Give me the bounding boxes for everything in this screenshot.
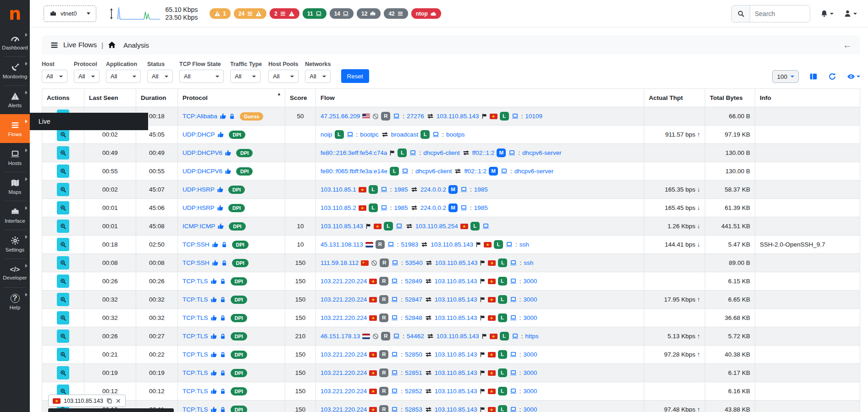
port-link[interactable]: 52850 bbox=[405, 351, 422, 358]
flow-details-button[interactable] bbox=[57, 366, 69, 379]
home-icon[interactable] bbox=[108, 41, 116, 49]
port-link[interactable]: 3000 bbox=[523, 369, 537, 376]
flow-details-button[interactable] bbox=[57, 348, 69, 361]
flow-details-button[interactable] bbox=[57, 330, 69, 343]
sidebar-item-alerts[interactable]: Alerts bbox=[0, 85, 30, 114]
host-link[interactable]: 103.221.220.224 bbox=[321, 278, 367, 285]
search-icon[interactable] bbox=[732, 5, 750, 22]
host-link[interactable]: 103.110.85.143 bbox=[321, 223, 363, 230]
host-device-icon[interactable] bbox=[500, 168, 508, 175]
protocol-link[interactable]: TCP:Alibaba bbox=[182, 113, 217, 120]
flow-details-button[interactable] bbox=[57, 146, 69, 159]
host-link[interactable]: 103.110.85.2 bbox=[321, 204, 356, 211]
badge-flows-count[interactable]: 42 bbox=[384, 8, 408, 19]
host-link[interactable]: 103.110.85.143 bbox=[431, 241, 473, 248]
port-link[interactable]: 3000 bbox=[523, 296, 537, 303]
port-link[interactable]: 52851 bbox=[405, 369, 422, 376]
host-link[interactable]: 103.110.85.143 bbox=[435, 388, 477, 395]
host-link[interactable]: 103.110.85.1 bbox=[321, 186, 356, 193]
host-link[interactable]: 103.221.220.224 bbox=[321, 351, 367, 358]
host-device-icon[interactable] bbox=[387, 241, 395, 248]
back-arrow-icon[interactable]: ← bbox=[843, 40, 852, 50]
host-link[interactable]: 224.0.0.2 bbox=[420, 204, 446, 211]
filter-select[interactable]: All bbox=[42, 70, 67, 83]
refresh-button[interactable] bbox=[828, 72, 836, 81]
notifications-menu[interactable] bbox=[820, 10, 834, 17]
host-link[interactable]: noip bbox=[321, 131, 332, 138]
host-link[interactable]: 103.110.85.143 bbox=[435, 351, 477, 358]
host-link[interactable]: 103.110.85.254 bbox=[415, 223, 458, 230]
visibility-menu-button[interactable] bbox=[847, 72, 860, 81]
close-icon[interactable]: ✕ bbox=[116, 397, 121, 405]
host-device-icon[interactable] bbox=[391, 351, 398, 358]
sidebar-item-hosts[interactable]: Hosts bbox=[0, 143, 30, 172]
port-link[interactable]: ssh bbox=[524, 259, 533, 266]
filter-select[interactable]: All bbox=[74, 70, 100, 83]
protocol-link[interactable]: TCP:TLS bbox=[182, 388, 208, 395]
host-device-icon[interactable] bbox=[460, 204, 468, 211]
port-link[interactable]: dhcpv6-client bbox=[423, 149, 460, 156]
flyout-item-live[interactable]: Live bbox=[39, 118, 50, 125]
flow-details-button[interactable] bbox=[57, 220, 69, 233]
search-input[interactable] bbox=[750, 5, 810, 22]
host-link[interactable]: 47.251.66.209 bbox=[321, 113, 360, 120]
user-menu[interactable] bbox=[844, 10, 857, 17]
port-link[interactable]: bootps bbox=[446, 131, 465, 138]
column-header-total-bytes[interactable]: Total Bytes bbox=[705, 89, 755, 107]
sidebar-item-dashboard[interactable]: Dashboard bbox=[0, 27, 30, 56]
port-link[interactable]: dhcpv6-server bbox=[522, 149, 562, 156]
port-link[interactable]: 3000 bbox=[523, 388, 537, 395]
host-link[interactable]: 103.110.85.143 bbox=[435, 259, 478, 266]
host-device-icon[interactable] bbox=[391, 296, 398, 303]
protocol-link[interactable]: TCP:TLS bbox=[182, 369, 208, 376]
host-device-icon[interactable] bbox=[509, 406, 517, 412]
host-link[interactable]: 103.221.220.224 bbox=[321, 314, 367, 321]
filter-select[interactable]: All bbox=[305, 70, 331, 83]
host-device-icon[interactable] bbox=[508, 149, 516, 156]
flow-details-button[interactable] bbox=[57, 165, 69, 178]
host-link[interactable]: broadcast bbox=[391, 131, 418, 138]
protocol-link[interactable]: TCP:TLS bbox=[182, 351, 208, 358]
protocol-link[interactable]: TCP:TLS bbox=[182, 333, 208, 340]
port-link[interactable]: https bbox=[525, 333, 538, 340]
sidebar-item-help[interactable]: ?Help bbox=[0, 287, 30, 316]
port-link[interactable]: 1985 bbox=[394, 186, 408, 193]
flow-details-button[interactable] bbox=[57, 201, 69, 214]
host-device-icon[interactable] bbox=[460, 186, 468, 193]
filter-select[interactable]: All bbox=[147, 70, 173, 83]
host-device-icon[interactable] bbox=[380, 186, 388, 193]
port-link[interactable]: 3000 bbox=[523, 314, 537, 321]
reset-button[interactable]: Reset bbox=[341, 69, 369, 83]
host-link[interactable]: 103.221.220.224 bbox=[321, 388, 367, 395]
flow-details-button[interactable] bbox=[57, 275, 69, 288]
protocol-link[interactable]: TCP:TLS bbox=[182, 278, 208, 285]
host-link[interactable]: 103.221.220.224 bbox=[321, 296, 367, 303]
host-link[interactable]: ff02::1:2 bbox=[472, 149, 495, 156]
filter-select[interactable]: All bbox=[179, 70, 224, 83]
flow-details-button[interactable] bbox=[57, 256, 69, 269]
port-link[interactable]: 54462 bbox=[407, 333, 424, 340]
ntop-logo[interactable]: n bbox=[0, 0, 30, 27]
host-device-icon[interactable] bbox=[395, 223, 403, 230]
protocol-link[interactable]: TCP:SSH bbox=[182, 259, 210, 266]
host-device-icon[interactable] bbox=[393, 113, 400, 120]
port-link[interactable]: 52849 bbox=[405, 278, 422, 285]
host-device-icon[interactable] bbox=[511, 333, 519, 340]
page-size-select[interactable]: 100 bbox=[772, 70, 799, 83]
host-device-icon[interactable] bbox=[432, 131, 440, 138]
filter-select[interactable]: All bbox=[230, 70, 260, 83]
column-header-flow[interactable]: Flow bbox=[316, 89, 644, 107]
host-link[interactable]: 45.131.108.113 bbox=[321, 241, 363, 248]
filter-select[interactable]: All bbox=[106, 70, 141, 83]
columns-config-button[interactable] bbox=[809, 72, 818, 81]
port-link[interactable]: 53540 bbox=[405, 259, 423, 266]
port-link[interactable]: 1985 bbox=[394, 204, 408, 211]
badge-flow-alerts[interactable]: 24 bbox=[234, 8, 266, 19]
host-link[interactable]: fe80::f065:fbff:fe3a:e14e bbox=[321, 168, 387, 175]
port-link[interactable]: 52848 bbox=[405, 314, 422, 321]
host-device-icon[interactable] bbox=[509, 278, 517, 285]
protocol-link[interactable]: TCP:TLS bbox=[182, 314, 208, 321]
filter-select[interactable]: All bbox=[268, 70, 299, 83]
host-link[interactable]: fe80::216:3eff:fe54:c74a bbox=[321, 149, 387, 156]
host-device-icon[interactable] bbox=[391, 278, 398, 285]
